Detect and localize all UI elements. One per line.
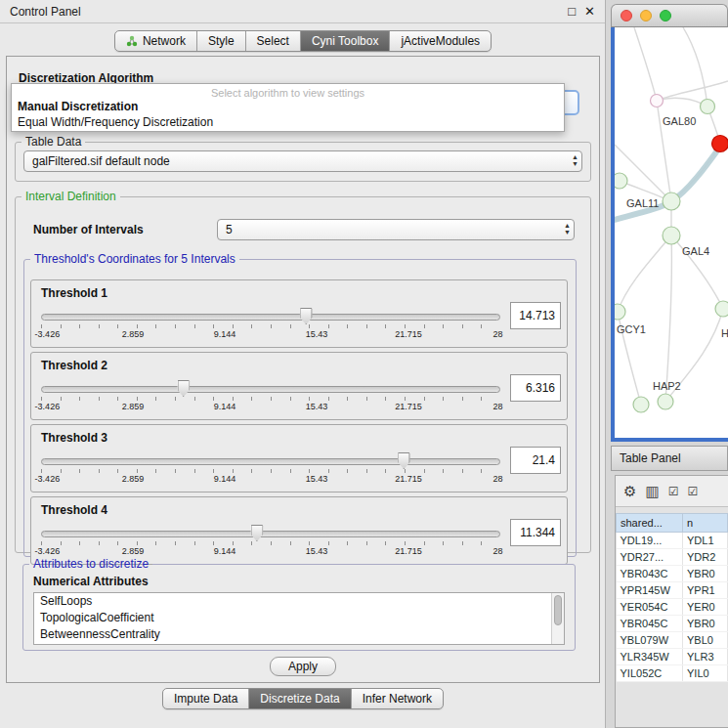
slider-thumb[interactable] xyxy=(250,525,263,541)
table-row[interactable]: YER054CYER0 xyxy=(617,599,728,616)
scrollbar-thumb[interactable] xyxy=(554,595,562,625)
node-gcy1[interactable] xyxy=(615,304,625,320)
slider-thumb[interactable] xyxy=(177,380,190,397)
interval-definition-group: Interval Definition Number of Intervals … xyxy=(15,190,591,553)
attributes-list: SelfLoops TopologicalCoefficient Between… xyxy=(33,592,565,645)
thresholds-group-title: Threshold's Coordinates for 5 Intervals xyxy=(30,252,239,266)
numerical-attributes-label: Numerical Attributes xyxy=(33,575,149,588)
column-header-shared-name[interactable]: shared... xyxy=(617,514,683,533)
table-data-combo[interactable]: galFiltered.sif default node ▲▼ xyxy=(23,150,582,172)
table-row[interactable]: YIL052CYIL0 xyxy=(617,665,728,682)
attributes-list-scrollbar[interactable] xyxy=(551,593,564,644)
node[interactable] xyxy=(701,100,715,114)
tab-impute-data[interactable]: Impute Data xyxy=(163,689,249,708)
tab-impute-data-label: Impute Data xyxy=(174,692,237,706)
screen: Control Panel □ ✕ Network xyxy=(0,0,728,728)
node-gal11[interactable] xyxy=(663,193,680,210)
option-equal-width-frequency[interactable]: Equal Width/Frequency Discretization xyxy=(12,114,564,130)
tab-jactivemodules-label: jActiveModules xyxy=(401,34,480,48)
columns-icon[interactable]: ▥ xyxy=(645,484,659,498)
zoom-traffic-light[interactable] xyxy=(660,10,671,21)
slider-thumb[interactable] xyxy=(300,308,313,324)
tab-style[interactable]: Style xyxy=(197,31,246,51)
network-icon xyxy=(126,35,138,47)
cyni-toolbox-panel: Discretization Algorithm Select algorith… xyxy=(6,56,600,683)
slider-track[interactable] xyxy=(41,531,500,537)
threshold-1-panel: Threshold 1 -3.426 2.859 9.144 15.43 21.… xyxy=(30,279,568,348)
threshold-4-value[interactable]: 11.344 xyxy=(510,519,561,546)
select-rows-icon[interactable]: ☑ xyxy=(668,486,679,497)
tab-discretize-data[interactable]: Discretize Data xyxy=(249,689,351,708)
network-graph: GAL80 GAL11 GAL4 GCY1 HAP2 H xyxy=(615,27,728,438)
node[interactable] xyxy=(615,173,627,189)
node[interactable] xyxy=(715,301,728,317)
slider-thumb[interactable] xyxy=(398,452,410,469)
close-icon[interactable]: ✕ xyxy=(584,5,595,18)
close-traffic-light[interactable] xyxy=(621,10,632,21)
tab-infer-network[interactable]: Infer Network xyxy=(352,689,443,708)
node-gal4[interactable] xyxy=(663,227,680,244)
tab-network-label: Network xyxy=(143,34,186,48)
threshold-1-value[interactable]: 14.713 xyxy=(510,302,561,329)
interval-definition-title: Interval Definition xyxy=(21,190,120,203)
slider-scale: -3.426 2.859 9.144 15.43 21.715 28 xyxy=(41,402,500,412)
slider-track[interactable] xyxy=(41,314,500,321)
node[interactable] xyxy=(633,397,649,412)
column-header-name[interactable]: n xyxy=(683,514,728,533)
node-hap2[interactable] xyxy=(658,394,673,409)
slider-track[interactable] xyxy=(41,386,500,393)
node-label: GAL80 xyxy=(663,115,696,127)
selected-node[interactable] xyxy=(712,136,728,152)
table-row[interactable]: YDR27...YDR2 xyxy=(617,549,728,566)
node[interactable] xyxy=(651,95,664,107)
list-item[interactable]: TopologicalCoefficient xyxy=(34,610,564,626)
number-of-intervals-value: 5 xyxy=(226,223,233,236)
tab-jactivemodules[interactable]: jActiveModules xyxy=(390,31,491,51)
algorithm-placeholder-option[interactable]: Select algorithm to view settings xyxy=(12,87,564,99)
table-row[interactable]: YPR145WYPR1 xyxy=(617,582,728,599)
table-row[interactable]: YLR345WYLR3 xyxy=(617,649,728,665)
option-manual-discretization[interactable]: Manual Discretization xyxy=(12,99,564,114)
table-row[interactable]: YDL19...YDL1 xyxy=(617,533,728,549)
network-view-frame: GAL80 GAL11 GAL4 GCY1 HAP2 H xyxy=(611,27,728,442)
top-tab-group: Network Style Select Cyni Toolbox jActiv… xyxy=(114,30,492,52)
attributes-group: Attributes to discretize Numerical Attri… xyxy=(22,557,576,651)
list-item[interactable]: BetweennessCentrality xyxy=(34,626,564,643)
threshold-4-label: Threshold 4 xyxy=(41,503,107,517)
tab-network[interactable]: Network xyxy=(115,31,197,51)
clear-selection-icon[interactable]: ☑ xyxy=(687,486,698,497)
slider-scale: -3.426 2.859 9.144 15.43 21.715 28 xyxy=(41,546,500,557)
attributes-group-title: Attributes to discretize xyxy=(29,557,152,571)
node-label: H xyxy=(721,327,728,339)
float-window-icon[interactable]: □ xyxy=(568,5,576,18)
list-item[interactable]: SelfLoops xyxy=(34,593,564,610)
minimize-traffic-light[interactable] xyxy=(640,10,652,21)
tab-select[interactable]: Select xyxy=(246,31,301,51)
tab-discretize-data-label: Discretize Data xyxy=(260,692,339,706)
table-row[interactable]: YBR045CYBR0 xyxy=(617,616,728,632)
threshold-3-value[interactable]: 21.4 xyxy=(510,447,561,474)
table-data-group: Table Data galFiltered.sif default node … xyxy=(15,135,591,182)
apply-button[interactable]: Apply xyxy=(270,657,336,676)
control-panel-titlebar: Control Panel □ ✕ xyxy=(0,0,605,23)
slider-ticks xyxy=(41,324,500,328)
table-row[interactable]: YBL079WYBL0 xyxy=(617,632,728,649)
tab-select-label: Select xyxy=(257,34,289,48)
number-of-intervals-combo[interactable]: 5 ▲▼ xyxy=(217,219,575,240)
threshold-1-label: Threshold 1 xyxy=(41,286,107,300)
network-canvas[interactable]: GAL80 GAL11 GAL4 GCY1 HAP2 H xyxy=(615,27,728,438)
network-view-window: GAL80 GAL11 GAL4 GCY1 HAP2 H xyxy=(611,4,728,442)
tab-cyni-toolbox[interactable]: Cyni Toolbox xyxy=(301,31,390,51)
tab-infer-network-label: Infer Network xyxy=(363,692,432,706)
threshold-2-panel: Threshold 2 -3.426 2.859 9.144 15.43 21.… xyxy=(30,352,568,420)
bottom-tab-group: Impute Data Discretize Data Infer Networ… xyxy=(162,688,444,709)
table-row[interactable]: YBR043CYBR0 xyxy=(617,566,728,582)
gear-icon[interactable]: ⚙ xyxy=(623,484,636,498)
thresholds-group: Threshold's Coordinates for 5 Intervals … xyxy=(23,252,577,557)
node-label: GCY1 xyxy=(617,323,646,335)
threshold-3-label: Threshold 3 xyxy=(41,431,107,445)
threshold-2-value[interactable]: 6.316 xyxy=(510,374,561,402)
slider-track[interactable] xyxy=(41,458,500,465)
table-panel: ⚙ ▥ ☑ ☑ shared... n YDL19...YDL1 YDR27..… xyxy=(615,475,728,728)
network-window-titlebar xyxy=(611,4,728,27)
